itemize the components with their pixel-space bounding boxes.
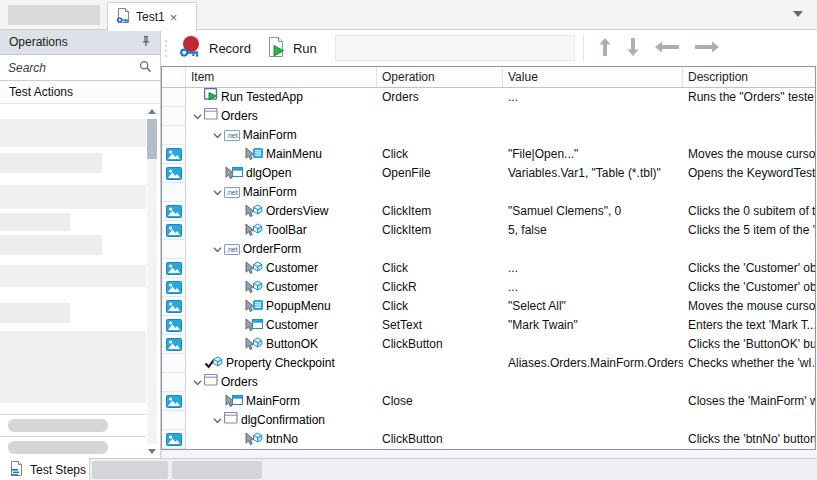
screenshot-thumbnail-icon[interactable]	[166, 262, 182, 275]
step-value	[503, 126, 683, 145]
run-button-label: Run	[293, 41, 317, 56]
row-gutter	[162, 240, 186, 259]
operations-panel-header: Operations	[0, 30, 160, 55]
operations-scrollbar[interactable]	[147, 107, 158, 456]
test-step-row[interactable]: .netOrderForm	[162, 240, 815, 259]
move-down-button[interactable]	[624, 35, 642, 62]
step-item-label: btnNo	[266, 430, 298, 449]
step-description: Closes the 'MainForm' w...	[683, 392, 815, 411]
step-operation: SetText	[377, 316, 503, 335]
step-description: Clicks the 5 item of the '...	[683, 221, 815, 240]
tree-collapse-icon[interactable]	[210, 245, 224, 254]
step-value	[503, 392, 683, 411]
tab-test-steps[interactable]: Test Steps	[0, 458, 90, 480]
redacted-tab-placeholder	[8, 5, 100, 25]
column-header-item[interactable]: Item	[186, 67, 377, 87]
skeleton-block	[0, 331, 146, 403]
operations-panel-title: Operations	[9, 35, 68, 49]
skeleton-block	[0, 265, 146, 287]
column-header-operation[interactable]: Operation	[377, 67, 503, 87]
step-item-label: Customer	[266, 316, 318, 335]
step-description	[683, 411, 815, 430]
screenshot-thumbnail-icon[interactable]	[166, 205, 182, 218]
test-step-row[interactable]: ButtonOKClickButtonClicks the 'ButtonOK'…	[162, 335, 815, 354]
move-left-button[interactable]	[652, 35, 682, 62]
collapsed-category-row[interactable]	[0, 414, 146, 436]
row-gutter	[162, 373, 186, 392]
step-description: Clicks the 'btnNo' button.	[683, 430, 815, 449]
redacted-bottom-tab[interactable]	[92, 461, 168, 479]
test-step-row[interactable]: CustomerClickR...Clicks the 'Customer' o…	[162, 278, 815, 297]
tree-collapse-icon[interactable]	[190, 112, 204, 121]
row-gutter	[162, 335, 186, 354]
test-step-row[interactable]: .netMainForm	[162, 183, 815, 202]
screenshot-thumbnail-icon[interactable]	[166, 395, 182, 408]
screenshot-thumbnail-icon[interactable]	[166, 338, 182, 351]
step-value: "File|Open..."	[503, 145, 683, 164]
test-step-row[interactable]: PopupMenuClick"Select All"Moves the mous…	[162, 297, 815, 316]
test-step-row[interactable]: OrdersViewClickItem"Samuel Clemens", 0Cl…	[162, 202, 815, 221]
test-step-row[interactable]: dlgConfirmation	[162, 411, 815, 430]
test-step-row[interactable]: Orders	[162, 107, 815, 126]
skeleton-block	[0, 303, 146, 323]
screenshot-thumbnail-icon[interactable]	[166, 148, 182, 161]
skeleton-block	[0, 287, 146, 303]
test-steps-icon	[8, 460, 24, 480]
tab-close-icon[interactable]: ×	[170, 11, 178, 24]
screenshot-thumbnail-icon[interactable]	[166, 224, 182, 237]
column-header-description[interactable]: Description	[683, 67, 815, 87]
screenshot-thumbnail-icon[interactable]	[166, 167, 182, 180]
row-gutter	[162, 411, 186, 430]
tree-collapse-icon[interactable]	[190, 378, 204, 387]
row-gutter	[162, 354, 186, 373]
screenshot-thumbnail-icon[interactable]	[166, 319, 182, 332]
skeleton-block	[0, 105, 146, 119]
test-step-row[interactable]: Orders	[162, 373, 815, 392]
onscreen-action-icon-cube	[244, 204, 263, 220]
test-step-row[interactable]: dlgOpenOpenFileVariables.Var1, "Table (*…	[162, 164, 815, 183]
move-up-button[interactable]	[596, 35, 614, 62]
step-operation: Click	[377, 297, 503, 316]
toolbar-grip-icon[interactable]	[164, 40, 168, 57]
step-item-label: OrdersView	[266, 202, 328, 221]
tree-collapse-icon[interactable]	[210, 188, 224, 197]
scrollbar-track[interactable]	[147, 119, 157, 444]
pin-icon[interactable]	[140, 35, 152, 50]
skeleton-block	[0, 235, 146, 255]
test-step-row[interactable]: Property CheckpointAliases.Orders.MainFo…	[162, 354, 815, 373]
move-right-button[interactable]	[692, 35, 722, 62]
screenshot-thumbnail-icon[interactable]	[166, 281, 182, 294]
test-step-row[interactable]: MainMenuClick"File|Open..."Moves the mou…	[162, 145, 815, 164]
row-gutter	[162, 164, 186, 183]
screenshot-thumbnail-icon[interactable]	[166, 300, 182, 313]
test-step-row[interactable]: CustomerClick...Clicks the 'Customer' ob…	[162, 259, 815, 278]
step-value: "Samuel Clemens", 0	[503, 202, 683, 221]
test-step-row[interactable]: MainFormCloseCloses the 'MainForm' w...	[162, 392, 815, 411]
redacted-bottom-tab[interactable]	[172, 461, 262, 479]
test-step-row[interactable]: btnNoClickButtonClicks the 'btnNo' butto…	[162, 430, 815, 449]
column-header-value[interactable]: Value	[503, 67, 683, 87]
row-gutter	[162, 278, 186, 297]
scroll-down-icon[interactable]	[148, 449, 156, 454]
step-operation: ClickItem	[377, 202, 503, 221]
row-gutter	[162, 183, 186, 202]
row-gutter	[162, 107, 186, 126]
test-step-row[interactable]: CustomerSetText"Mark Twain"Enters the te…	[162, 316, 815, 335]
run-button[interactable]: Run	[261, 33, 327, 64]
scroll-up-icon[interactable]	[148, 109, 156, 114]
test-step-row[interactable]: Run TestedAppOrders...Runs the "Orders" …	[162, 88, 815, 107]
test-actions-section-header[interactable]: Test Actions	[0, 81, 160, 104]
record-button[interactable]: Record	[174, 32, 261, 65]
test-step-row[interactable]: ToolBarClickItem5, falseClicks the 5 ite…	[162, 221, 815, 240]
tree-collapse-icon[interactable]	[210, 131, 224, 140]
screenshot-thumbnail-icon[interactable]	[166, 433, 182, 446]
scrollbar-thumb[interactable]	[147, 119, 157, 159]
tab-test1[interactable]: Test1 ×	[107, 2, 197, 31]
operations-search[interactable]: Search	[0, 55, 160, 81]
tab-overflow-dropdown-icon[interactable]	[793, 11, 803, 17]
tree-collapse-icon[interactable]	[210, 416, 224, 425]
operations-panel: Operations Search Test Actions	[0, 30, 161, 458]
collapsed-category-row[interactable]	[0, 436, 146, 458]
step-item-label: MainMenu	[266, 145, 322, 164]
test-step-row[interactable]: .netMainForm	[162, 126, 815, 145]
